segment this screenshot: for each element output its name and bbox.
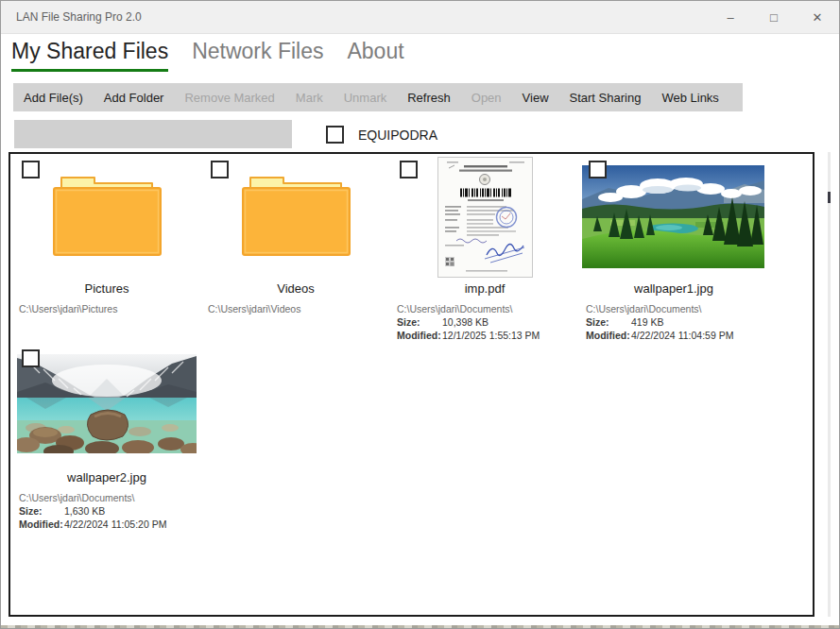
file-size-row: Size:1,630 KB	[19, 505, 105, 517]
minimize-icon[interactable]: –	[709, 1, 752, 33]
start-sharing-button[interactable]: Start Sharing	[559, 91, 652, 105]
modified-label: Modified:	[19, 518, 64, 530]
file-name: wallpaper1.jpg	[579, 281, 768, 296]
file-path: C:\Users\jdari\Documents\	[19, 492, 135, 503]
title-bar: LAN File Sharing Pro 2.0 – □ ✕	[1, 1, 839, 34]
file-checkbox[interactable]	[22, 161, 40, 178]
remove-marked-button: Remove Marked	[174, 91, 284, 105]
shared-files-panel: Pictures C:\Users\jdari\Pictures Videos …	[9, 152, 814, 617]
file-item-wallpaper1[interactable]: wallpaper1.jpg C:\Users\jdari\Documents\…	[579, 154, 768, 343]
size-label: Size:	[397, 316, 442, 328]
file-size-row: Size:10,398 KB	[397, 316, 489, 328]
add-files-button[interactable]: Add File(s)	[13, 91, 94, 105]
web-links-button[interactable]: Web Links	[651, 91, 729, 105]
window-controls: – □ ✕	[709, 1, 839, 33]
file-modified-row: Modified:4/22/2024 11:05:20 PM	[19, 518, 166, 530]
file-checkbox[interactable]	[589, 161, 607, 178]
file-path: C:\Users\jdari\Documents\	[397, 303, 513, 314]
maximize-icon[interactable]: □	[752, 1, 796, 33]
tab-bar: My Shared Files Network Files About	[11, 39, 404, 72]
modified-value: 4/22/2024 11:04:59 PM	[631, 330, 733, 341]
refresh-button[interactable]: Refresh	[397, 91, 461, 105]
size-value: 419 KB	[631, 316, 663, 328]
pdf-document-thumbnail[interactable]	[437, 157, 533, 278]
file-size-row: Size:419 KB	[586, 316, 663, 328]
file-name: Videos	[201, 281, 390, 296]
file-item-imp-pdf[interactable]: imp.pdf C:\Users\jdari\Documents\ Size:1…	[390, 154, 579, 343]
file-modified-row: Modified:4/22/2024 11:04:59 PM	[586, 330, 733, 341]
folder-icon[interactable]	[242, 175, 351, 256]
modified-value: 4/22/2024 11:05:20 PM	[64, 518, 166, 530]
scrollbar-thumb[interactable]	[828, 192, 831, 203]
tab-network-files[interactable]: Network Files	[192, 39, 323, 72]
image-thumbnail-mountain-meadow[interactable]	[582, 165, 764, 268]
file-checkbox[interactable]	[400, 161, 418, 178]
window-bottom-edge	[1, 625, 839, 628]
file-item-wallpaper2[interactable]: wallpaper2.jpg C:\Users\jdari\Documents\…	[12, 343, 201, 532]
file-checkbox[interactable]	[22, 349, 40, 367]
file-name: Pictures	[12, 281, 201, 296]
view-button[interactable]: View	[512, 91, 559, 105]
open-button: Open	[461, 91, 512, 105]
vertical-scrollbar[interactable]	[828, 152, 831, 617]
equipodra-checkbox[interactable]	[326, 126, 344, 144]
size-label: Size:	[19, 505, 64, 517]
unmark-button: Unmark	[334, 91, 398, 105]
close-icon[interactable]: ✕	[796, 1, 839, 33]
file-modified-row: Modified:12/1/2025 1:55:13 PM	[397, 330, 540, 341]
tab-about[interactable]: About	[347, 39, 403, 72]
tab-my-shared-files[interactable]: My Shared Files	[11, 39, 168, 72]
folder-icon[interactable]	[53, 175, 162, 256]
file-name: imp.pdf	[390, 281, 579, 296]
file-path: C:\Users\jdari\Pictures	[19, 303, 117, 314]
file-path: C:\Users\jdari\Documents\	[586, 303, 702, 314]
modified-label: Modified:	[586, 330, 631, 341]
size-value: 10,398 KB	[442, 316, 489, 328]
share-name-input[interactable]	[14, 120, 292, 148]
file-item-pictures[interactable]: Pictures C:\Users\jdari\Pictures	[12, 154, 201, 343]
equipodra-checkbox-label: EQUIPODRA	[358, 128, 437, 143]
window-title: LAN File Sharing Pro 2.0	[16, 10, 142, 24]
modified-value: 12/1/2025 1:55:13 PM	[442, 330, 540, 341]
add-folder-button[interactable]: Add Folder	[94, 91, 175, 105]
mark-button: Mark	[285, 91, 334, 105]
size-label: Size:	[586, 316, 631, 328]
app-window: LAN File Sharing Pro 2.0 – □ ✕ My Shared…	[0, 0, 840, 629]
toolbar: Add File(s) Add Folder Remove Marked Mar…	[13, 83, 743, 111]
image-thumbnail-mountain-lake[interactable]	[17, 354, 197, 453]
file-item-videos[interactable]: Videos C:\Users\jdari\Videos	[201, 154, 390, 343]
file-path: C:\Users\jdari\Videos	[208, 303, 300, 314]
file-checkbox[interactable]	[211, 161, 229, 178]
file-name: wallpaper2.jpg	[12, 470, 201, 484]
size-value: 1,630 KB	[64, 505, 105, 517]
modified-label: Modified:	[397, 330, 442, 341]
